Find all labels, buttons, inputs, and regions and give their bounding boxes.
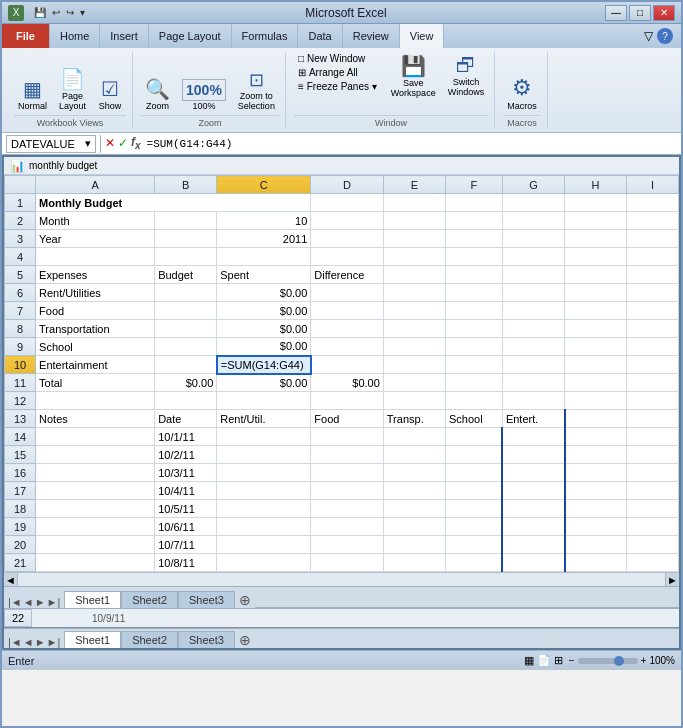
cell-b4[interactable] — [155, 248, 217, 266]
cell-a4[interactable] — [36, 248, 155, 266]
cell-g3[interactable] — [502, 230, 564, 248]
cell-h13[interactable] — [565, 410, 627, 428]
save-workspace-btn[interactable]: 💾 SaveWorkspace — [387, 52, 440, 100]
cell-a12[interactable] — [36, 392, 155, 410]
cell-b8[interactable] — [155, 320, 217, 338]
cell-e8[interactable] — [383, 320, 445, 338]
cell-h21[interactable] — [565, 554, 627, 572]
col-header-i[interactable]: I — [627, 176, 679, 194]
cell-a19[interactable] — [36, 518, 155, 536]
cell-i15[interactable] — [627, 446, 679, 464]
sheet-nav-last[interactable]: ►| — [47, 596, 61, 608]
show-btn[interactable]: ☑ Show — [94, 75, 126, 113]
cell-c3[interactable]: 2011 — [217, 230, 311, 248]
cell-d7[interactable] — [311, 302, 383, 320]
cell-c15[interactable] — [217, 446, 311, 464]
add-sheet-btn-2[interactable]: ⊕ — [235, 632, 255, 648]
cell-g5[interactable] — [502, 266, 564, 284]
cell-f11[interactable] — [445, 374, 502, 392]
cell-a21[interactable] — [36, 554, 155, 572]
cell-e21[interactable] — [383, 554, 445, 572]
cell-h1[interactable] — [565, 194, 627, 212]
cell-e17[interactable] — [383, 482, 445, 500]
cell-d2[interactable] — [311, 212, 383, 230]
cell-d4[interactable] — [311, 248, 383, 266]
cell-b19[interactable]: 10/6/11 — [155, 518, 217, 536]
insert-function-icon[interactable]: fx — [131, 135, 141, 151]
name-box-dropdown[interactable]: ▾ — [85, 137, 91, 150]
cell-d21[interactable] — [311, 554, 383, 572]
cell-h10[interactable] — [565, 356, 627, 374]
cell-a10[interactable]: Entertainment — [36, 356, 155, 374]
sheet-nav-first[interactable]: |◄ — [8, 596, 22, 608]
freeze-panes-btn[interactable]: ≡ Freeze Panes ▾ — [294, 80, 381, 93]
cell-i1[interactable] — [627, 194, 679, 212]
page-layout-status-btn[interactable]: 📄 — [537, 654, 551, 667]
cell-i3[interactable] — [627, 230, 679, 248]
cell-a1[interactable]: Monthly Budget — [36, 194, 311, 212]
cell-b15[interactable]: 10/2/11 — [155, 446, 217, 464]
cell-c14[interactable] — [217, 428, 311, 446]
cell-i21[interactable] — [627, 554, 679, 572]
redo-btn[interactable]: ↪ — [64, 6, 76, 19]
cell-i6[interactable] — [627, 284, 679, 302]
cell-f9[interactable] — [445, 338, 502, 356]
cell-e20[interactable] — [383, 536, 445, 554]
cell-a2[interactable]: Month — [36, 212, 155, 230]
cell-f21[interactable] — [445, 554, 502, 572]
sheet-nav-first-2[interactable]: |◄ — [8, 636, 22, 648]
scroll-right-btn[interactable]: ► — [665, 573, 679, 586]
minimize-btn[interactable]: — — [605, 5, 627, 21]
scrollbar-track[interactable] — [18, 573, 665, 586]
cell-h19[interactable] — [565, 518, 627, 536]
sheet-nav-prev[interactable]: ◄ — [23, 596, 34, 608]
col-header-h[interactable]: H — [565, 176, 627, 194]
cell-f2[interactable] — [445, 212, 502, 230]
cell-i4[interactable] — [627, 248, 679, 266]
cell-e12[interactable] — [383, 392, 445, 410]
zoom-btn[interactable]: 🔍 Zoom — [141, 75, 174, 113]
cell-b21[interactable]: 10/8/11 — [155, 554, 217, 572]
cell-d19[interactable] — [311, 518, 383, 536]
cell-b5[interactable]: Budget — [155, 266, 217, 284]
cell-h11[interactable] — [565, 374, 627, 392]
cell-e9[interactable] — [383, 338, 445, 356]
cell-d16[interactable] — [311, 464, 383, 482]
cell-b2[interactable] — [155, 212, 217, 230]
cell-c13[interactable]: Rent/Util. — [217, 410, 311, 428]
cell-f6[interactable] — [445, 284, 502, 302]
cell-h9[interactable] — [565, 338, 627, 356]
cell-g15[interactable] — [502, 446, 564, 464]
sheet-nav-next[interactable]: ► — [35, 596, 46, 608]
cell-i13[interactable] — [627, 410, 679, 428]
cell-i19[interactable] — [627, 518, 679, 536]
cell-h4[interactable] — [565, 248, 627, 266]
cell-a16[interactable] — [36, 464, 155, 482]
cell-h2[interactable] — [565, 212, 627, 230]
cell-g17[interactable] — [502, 482, 564, 500]
cell-d20[interactable] — [311, 536, 383, 554]
cell-f18[interactable] — [445, 500, 502, 518]
cell-d10[interactable] — [311, 356, 383, 374]
tab-home[interactable]: Home — [50, 24, 100, 48]
cell-h20[interactable] — [565, 536, 627, 554]
switch-windows-btn[interactable]: 🗗 SwitchWindows — [444, 52, 489, 100]
cell-f5[interactable] — [445, 266, 502, 284]
normal-view-status-btn[interactable]: ▦ — [524, 654, 534, 667]
cell-f16[interactable] — [445, 464, 502, 482]
arrange-all-btn[interactable]: ⊞ Arrange All — [294, 66, 381, 79]
cell-a7[interactable]: Food — [36, 302, 155, 320]
page-break-status-btn[interactable]: ⊞ — [554, 654, 563, 667]
zoom-in-btn[interactable]: + — [641, 655, 647, 666]
cell-c18[interactable] — [217, 500, 311, 518]
cell-e1[interactable] — [383, 194, 445, 212]
cell-c19[interactable] — [217, 518, 311, 536]
cell-c4[interactable] — [217, 248, 311, 266]
col-header-b[interactable]: B — [155, 176, 217, 194]
cell-h6[interactable] — [565, 284, 627, 302]
cell-b7[interactable] — [155, 302, 217, 320]
sheet-tab-sheet3-2[interactable]: Sheet3 — [178, 631, 235, 648]
cell-d3[interactable] — [311, 230, 383, 248]
cell-e2[interactable] — [383, 212, 445, 230]
cell-i14[interactable] — [627, 428, 679, 446]
